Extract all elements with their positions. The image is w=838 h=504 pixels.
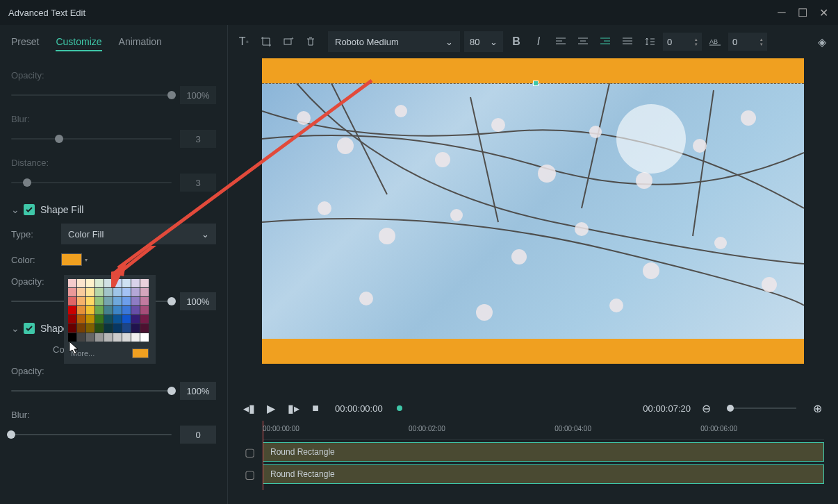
color-cell[interactable] [122, 288, 131, 296]
color-cell[interactable] [131, 306, 140, 314]
color-cell[interactable] [104, 279, 113, 287]
close-button[interactable]: ✕ [817, 6, 830, 19]
color-cell[interactable] [113, 306, 122, 314]
color-cell[interactable] [77, 297, 85, 305]
color-cell[interactable] [104, 306, 113, 314]
align-justify-icon[interactable] [618, 33, 636, 51]
line-height-icon[interactable] [641, 33, 659, 51]
timeline-clip[interactable]: Round Rectangle [263, 464, 824, 484]
tab-preset[interactable]: Preset [11, 33, 39, 51]
color-cell[interactable] [95, 288, 104, 296]
color-cell[interactable] [113, 315, 122, 324]
zoom-out-icon[interactable]: ⊖ [699, 401, 713, 415]
more-colors-link[interactable]: More... [71, 349, 95, 358]
timeline-clip[interactable]: Round Rectangle [263, 442, 824, 462]
font-size-select[interactable]: 80⌄ [464, 31, 503, 52]
align-right-icon[interactable] [596, 33, 614, 51]
color-cell[interactable] [68, 315, 76, 324]
color-cell[interactable] [95, 315, 104, 324]
bold-icon[interactable]: B [507, 33, 525, 51]
preview-frame[interactable] [262, 58, 804, 364]
color-cell[interactable] [77, 324, 85, 333]
color-cell[interactable] [77, 306, 85, 314]
color-cell[interactable] [68, 324, 76, 333]
color-cell[interactable] [104, 288, 113, 296]
color-cell[interactable] [77, 288, 85, 296]
color-cell[interactable] [86, 315, 95, 324]
step-forward-icon[interactable]: ▮▸ [286, 401, 300, 415]
distance-value[interactable]: 3 [180, 174, 216, 192]
color-cell[interactable] [95, 279, 104, 287]
color-cell[interactable] [122, 279, 131, 287]
color-cell[interactable] [131, 315, 140, 324]
color-cell[interactable] [140, 279, 149, 287]
timeline-ruler[interactable]: 00:00:00:00 00:00:02:00 00:00:04:00 00:0… [263, 421, 824, 440]
color-cell[interactable] [86, 324, 95, 333]
italic-icon[interactable]: I [529, 33, 548, 51]
color-cell[interactable] [113, 324, 122, 333]
color-cell[interactable] [140, 315, 149, 324]
color-cell[interactable] [113, 279, 122, 287]
color-cell[interactable] [113, 297, 122, 305]
color-cell[interactable] [68, 333, 76, 342]
preview-canvas[interactable] [228, 58, 838, 396]
color-cell[interactable] [131, 288, 140, 296]
blur-slider[interactable] [11, 138, 172, 140]
border-opacity-value[interactable]: 100% [180, 382, 216, 400]
color-cell[interactable] [95, 324, 104, 333]
maximize-button[interactable]: ☐ [796, 6, 809, 19]
blur-value[interactable]: 3 [180, 130, 216, 148]
color-cell[interactable] [131, 333, 140, 342]
color-cell[interactable] [95, 306, 104, 314]
add-text-icon[interactable]: T+ [235, 33, 253, 51]
opacity-value[interactable]: 100% [180, 86, 216, 104]
letter-spacing-icon[interactable]: AB [706, 33, 724, 51]
timeline-track[interactable]: ▢ Round Rectangle [242, 464, 824, 485]
timeline-track[interactable]: ▢ Round Rectangle [242, 442, 824, 462]
color-cell[interactable] [86, 288, 95, 296]
shape-fill-header[interactable]: ⌄ Shape Fill [11, 204, 216, 215]
color-cell[interactable] [86, 279, 95, 287]
color-cell[interactable] [113, 333, 122, 342]
color-cell[interactable] [140, 306, 149, 314]
color-cell[interactable] [113, 288, 122, 296]
color-cell[interactable] [86, 297, 95, 305]
color-cell[interactable] [104, 315, 113, 324]
letter-spacing-input[interactable]: 0▴▾ [728, 33, 767, 51]
rectangle-plus-icon[interactable]: + [279, 33, 297, 51]
color-cell[interactable] [140, 288, 149, 296]
color-cell[interactable] [95, 333, 104, 342]
color-cell[interactable] [86, 333, 95, 342]
type-select[interactable]: Color Fill ⌄ [61, 224, 216, 244]
zoom-slider[interactable] [727, 408, 796, 409]
color-cell[interactable] [68, 306, 76, 314]
stop-icon[interactable]: ■ [309, 401, 322, 415]
trash-icon[interactable] [302, 33, 320, 51]
color-cell[interactable] [68, 297, 76, 305]
color-cell[interactable] [122, 324, 131, 333]
shape-fill-checkbox[interactable] [24, 204, 35, 215]
crop-icon[interactable] [257, 33, 275, 51]
color-cell[interactable] [122, 315, 131, 324]
distance-slider[interactable] [11, 182, 172, 183]
color-cell[interactable] [68, 279, 76, 287]
border-opacity-slider[interactable] [11, 390, 172, 392]
color-cell[interactable] [104, 297, 113, 305]
border-blur-slider[interactable] [11, 434, 172, 435]
color-cell[interactable] [77, 333, 85, 342]
color-cell[interactable] [140, 333, 149, 342]
font-select[interactable]: Roboto Medium⌄ [328, 31, 460, 52]
color-cell[interactable] [131, 324, 140, 333]
align-center-icon[interactable] [574, 33, 592, 51]
color-cell[interactable] [122, 333, 131, 342]
fill-opacity-value[interactable]: 100% [180, 292, 216, 310]
shape-border-checkbox[interactable] [24, 323, 35, 334]
color-cell[interactable] [140, 324, 149, 333]
color-cell[interactable] [95, 297, 104, 305]
tab-customize[interactable]: Customize [56, 33, 101, 51]
color-cell[interactable] [122, 297, 131, 305]
tab-animation[interactable]: Animation [119, 33, 162, 51]
minimize-button[interactable]: ─ [775, 6, 788, 19]
color-cell[interactable] [140, 297, 149, 305]
color-cell[interactable] [86, 306, 95, 314]
